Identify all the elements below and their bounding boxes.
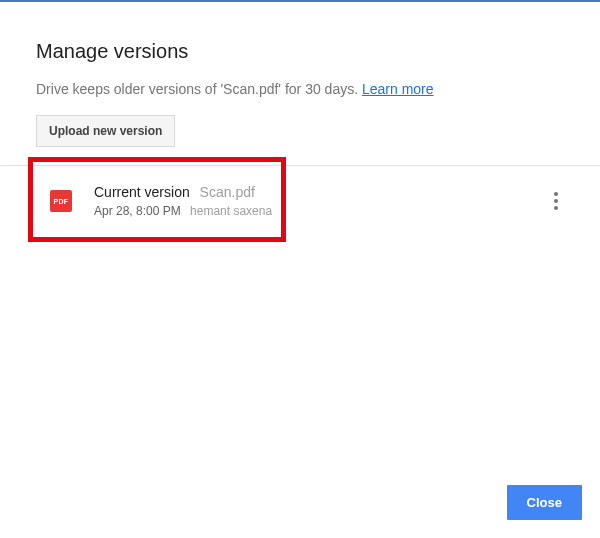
dialog-title: Manage versions [36,40,564,63]
more-actions-button[interactable] [548,186,564,216]
dialog-description: Drive keeps older versions of 'Scan.pdf'… [36,81,564,97]
version-timestamp: Apr 28, 8:00 PM [94,204,181,218]
desc-prefix: Drive keeps older versions of ' [36,81,223,97]
pdf-icon: PDF [50,190,72,212]
version-info: Current version Scan.pdf Apr 28, 8:00 PM… [94,184,548,218]
version-meta-line: Apr 28, 8:00 PM hemant saxena [94,204,548,218]
dialog-header: Manage versions Drive keeps older versio… [0,2,600,165]
version-filename: Scan.pdf [200,184,255,200]
desc-filename: Scan.pdf [223,81,278,97]
version-list: PDF Current version Scan.pdf Apr 28, 8:0… [0,166,600,236]
learn-more-link[interactable]: Learn more [362,81,434,97]
manage-versions-dialog: Manage versions Drive keeps older versio… [0,2,600,538]
version-title-line: Current version Scan.pdf [94,184,548,200]
close-button[interactable]: Close [507,485,582,520]
dialog-footer: Close [489,471,600,538]
upload-new-version-button[interactable]: Upload new version [36,115,175,147]
vertical-dots-icon [554,192,558,210]
current-version-label: Current version [94,184,190,200]
version-author: hemant saxena [190,204,272,218]
version-item: PDF Current version Scan.pdf Apr 28, 8:0… [0,166,600,236]
desc-suffix: ' for 30 days. [278,81,362,97]
